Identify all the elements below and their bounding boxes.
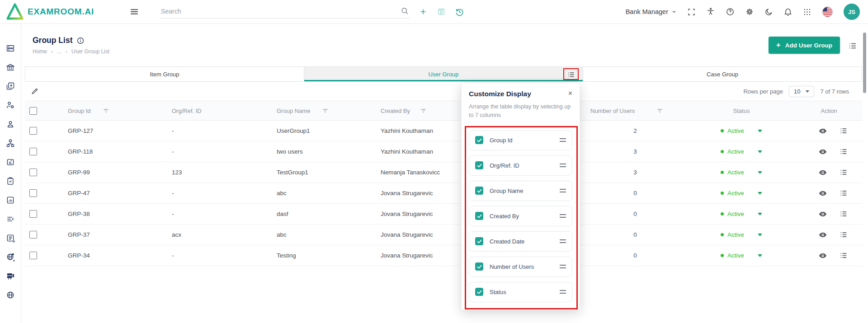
sidebar-hierarchy-icon[interactable]	[6, 139, 15, 148]
row-checkbox[interactable]	[29, 252, 37, 259]
apps-grid-icon[interactable]	[803, 8, 811, 16]
column-toggle-item[interactable]: Org/Ref. ID	[469, 155, 572, 176]
view-eye-icon[interactable]	[818, 168, 827, 177]
view-eye-icon[interactable]	[818, 230, 827, 239]
drag-handle-icon[interactable]	[560, 138, 566, 142]
row-checkbox[interactable]	[29, 231, 37, 239]
column-toggle-item[interactable]: Created By	[469, 206, 572, 226]
column-toggle-item[interactable]: Number of Users	[469, 257, 572, 277]
view-eye-icon[interactable]	[818, 147, 827, 156]
tab-item-group[interactable]: Item Group	[25, 67, 304, 81]
row-menu-list-icon[interactable]	[839, 251, 848, 260]
checkbox-checked-icon[interactable]	[475, 288, 483, 296]
sidebar-bank-icon[interactable]	[6, 63, 15, 72]
row-menu-list-icon[interactable]	[839, 189, 848, 197]
checkbox-checked-icon[interactable]	[475, 136, 483, 144]
customize-display-button[interactable]	[563, 68, 579, 80]
sidebar-servers-icon[interactable]	[6, 44, 15, 53]
row-menu-list-icon[interactable]	[839, 168, 848, 177]
list-view-icon[interactable]	[848, 41, 857, 51]
breadcrumb-ellipsis[interactable]: ...	[57, 48, 61, 55]
customize-display-popup: Customize Display × Arrange the table di…	[461, 83, 580, 310]
accessibility-icon[interactable]	[706, 7, 715, 16]
sidebar-globe-language-icon[interactable]	[6, 253, 15, 262]
row-checkbox[interactable]	[29, 210, 37, 218]
view-eye-icon[interactable]	[818, 126, 827, 136]
column-toggle-item[interactable]: Group Id	[469, 130, 572, 150]
sidebar-add-item-icon[interactable]	[6, 82, 15, 91]
save-icon[interactable]	[437, 7, 446, 16]
filter-icon[interactable]	[420, 108, 427, 114]
sidebar-user-settings-icon[interactable]	[6, 101, 15, 110]
tab-case-group[interactable]: Case Group	[583, 67, 862, 81]
status-dropdown-caret-icon[interactable]	[758, 171, 762, 174]
dark-mode-moon-icon[interactable]	[764, 8, 773, 16]
filter-icon[interactable]	[656, 108, 663, 114]
history-icon[interactable]	[455, 7, 464, 17]
add-new-icon[interactable]	[419, 7, 428, 16]
status-dropdown-caret-icon[interactable]	[758, 150, 762, 153]
column-toggle-item[interactable]: Status	[469, 282, 572, 302]
row-menu-list-icon[interactable]	[839, 147, 848, 156]
drag-handle-icon[interactable]	[560, 214, 566, 218]
search-icon[interactable]	[400, 6, 410, 16]
row-checkbox[interactable]	[29, 148, 37, 155]
sidebar-clipboard-check-icon[interactable]	[6, 177, 15, 186]
drag-handle-icon[interactable]	[560, 265, 566, 268]
status-dropdown-caret-icon[interactable]	[758, 254, 762, 257]
sidebar-user-icon[interactable]	[6, 120, 15, 129]
checkbox-checked-icon[interactable]	[475, 187, 483, 195]
search-input[interactable]	[160, 5, 400, 17]
status-dropdown-caret-icon[interactable]	[758, 234, 762, 236]
notifications-bell-icon[interactable]	[783, 7, 793, 16]
row-checkbox[interactable]	[29, 169, 37, 176]
sidebar-database-icon[interactable]	[6, 272, 15, 281]
drag-handle-icon[interactable]	[560, 164, 566, 167]
view-eye-icon[interactable]	[818, 210, 827, 219]
drag-handle-icon[interactable]	[560, 239, 566, 243]
checkbox-checked-icon[interactable]	[475, 237, 483, 245]
edit-pencil-icon[interactable]	[31, 87, 39, 95]
user-avatar[interactable]: JS	[844, 4, 860, 20]
checkbox-checked-icon[interactable]	[475, 161, 483, 169]
rows-per-page-select[interactable]: 10	[789, 86, 814, 97]
row-checkbox[interactable]	[29, 127, 37, 135]
row-menu-list-icon[interactable]	[839, 126, 848, 135]
help-icon[interactable]	[726, 7, 735, 16]
status-badge: Active	[727, 148, 744, 155]
close-icon[interactable]: ×	[568, 90, 572, 97]
drag-handle-icon[interactable]	[560, 290, 566, 294]
status-dropdown-caret-icon[interactable]	[758, 192, 762, 195]
filter-icon[interactable]	[322, 108, 329, 114]
row-menu-list-icon[interactable]	[839, 210, 848, 218]
checkbox-checked-icon[interactable]	[475, 262, 483, 271]
sidebar-item-card-icon[interactable]	[6, 158, 15, 167]
select-all-checkbox[interactable]	[29, 107, 37, 115]
sidebar-globe-icon[interactable]	[6, 290, 15, 300]
tab-user-group[interactable]: User Group	[304, 67, 583, 81]
info-icon[interactable]	[76, 37, 85, 45]
role-selector[interactable]: Bank Manager	[626, 8, 677, 15]
breadcrumb-separator: ›	[51, 48, 53, 55]
sidebar-reports-chart-icon[interactable]	[6, 196, 15, 205]
language-flag-us-icon[interactable]	[822, 6, 833, 18]
add-user-group-button[interactable]: + Add User Group	[769, 37, 840, 54]
checkbox-checked-icon[interactable]	[475, 212, 483, 220]
status-dropdown-caret-icon[interactable]	[758, 130, 762, 132]
filter-icon[interactable]	[103, 108, 109, 114]
hamburger-menu-icon[interactable]	[129, 7, 139, 17]
column-toggle-item[interactable]: Group Name	[469, 181, 572, 201]
settings-gear-icon[interactable]	[745, 7, 754, 16]
breadcrumb-home[interactable]: Home	[33, 48, 47, 55]
sidebar-list-collapse-icon[interactable]	[6, 215, 15, 224]
row-checkbox[interactable]	[29, 189, 37, 197]
row-menu-list-icon[interactable]	[839, 230, 848, 239]
vertical-scrollbar-thumb[interactable]	[863, 33, 866, 93]
status-dropdown-caret-icon[interactable]	[758, 213, 762, 215]
column-toggle-item[interactable]: Created Date	[469, 231, 572, 252]
drag-handle-icon[interactable]	[560, 189, 566, 192]
fullscreen-icon[interactable]	[687, 8, 696, 16]
sidebar-list-menu-icon[interactable]	[6, 234, 15, 243]
view-eye-icon[interactable]	[818, 251, 827, 260]
view-eye-icon[interactable]	[818, 189, 827, 198]
